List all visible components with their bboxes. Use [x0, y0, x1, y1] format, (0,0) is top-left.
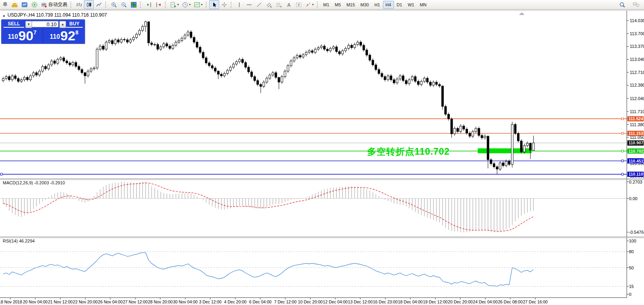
- chart-window: 114.030113.700113.370113.040112.710112.3…: [0, 10, 644, 305]
- autotrade-button[interactable]: 自动交易: [39, 0, 69, 9]
- buy-price-sup: 8: [75, 29, 78, 36]
- svg-text:20 Dec 20:00: 20 Dec 20:00: [448, 299, 473, 304]
- volume-down-button[interactable]: ▼: [25, 21, 32, 28]
- svg-text:0.2703: 0.2703: [629, 180, 642, 184]
- crosshair-icon[interactable]: [219, 0, 229, 9]
- auto-scroll-icon[interactable]: [144, 0, 153, 9]
- timeframe-d1[interactable]: D1: [394, 1, 405, 9]
- line-chart-icon[interactable]: [94, 0, 104, 9]
- candlestick-chart-icon[interactable]: [84, 0, 94, 9]
- svg-text:A: A: [287, 2, 291, 8]
- timeframe-m5[interactable]: M5: [332, 1, 343, 9]
- toolbar-separator: [317, 2, 319, 8]
- svg-text:26 Nov 04:00: 26 Nov 04:00: [98, 299, 123, 304]
- chat-icon[interactable]: [631, 0, 641, 9]
- macd-indicator-label: MACD(12,26,9) -0.2003 -0.2910: [3, 180, 65, 185]
- svg-text:112.380: 112.380: [630, 83, 644, 87]
- arrows-icon[interactable]: ▾: [303, 0, 315, 9]
- tile-windows-icon[interactable]: [129, 0, 138, 9]
- chart-canvas[interactable]: 114.030113.700113.370113.040112.710112.3…: [0, 10, 644, 305]
- svg-text:4 Dec 20:00: 4 Dec 20:00: [224, 299, 246, 304]
- svg-text:F: F: [280, 6, 282, 8]
- dropdown-caret-icon: ▾: [201, 3, 203, 6]
- fibonacci-icon[interactable]: F: [274, 0, 284, 9]
- timeframe-toolbar: M1M5M15M30H1H4D1W1MN: [320, 1, 429, 9]
- volume-input[interactable]: [32, 21, 59, 27]
- text-icon[interactable]: A: [284, 0, 294, 9]
- timeframe-h4[interactable]: H4: [383, 1, 394, 9]
- vertical-line-icon[interactable]: [234, 0, 244, 9]
- autotrade-robot-icon: [41, 2, 47, 8]
- toolbar-separator: [105, 2, 107, 8]
- svg-text:80: 80: [629, 249, 634, 254]
- buy-button[interactable]: BUY: [66, 21, 83, 28]
- sell-button[interactable]: SELL: [4, 21, 24, 28]
- scroll-to-end-marker[interactable]: [519, 12, 525, 15]
- new-order-button[interactable]: 单: [1, 0, 9, 9]
- timeframe-h1[interactable]: H1: [371, 1, 383, 9]
- svg-text:26 Dec 08:00: 26 Dec 08:00: [498, 299, 523, 304]
- svg-text:28 Nov 20:00: 28 Nov 20:00: [148, 299, 173, 304]
- timeframe-m30[interactable]: M30: [358, 1, 371, 9]
- buy-price[interactable]: 110928: [44, 28, 85, 43]
- cursor-icon[interactable]: [209, 0, 219, 9]
- svg-text:110.110: 110.110: [629, 172, 643, 176]
- svg-text:-0.5476: -0.5476: [629, 230, 644, 235]
- svg-text:20 Nov 04:00: 20 Nov 04:00: [23, 299, 48, 304]
- toolbar: 单 自动交易 ▾ ▾ ▾ E F A T ▾ M1M5M15M30H1H4D1W…: [0, 0, 644, 9]
- svg-text:6 Dec 04:00: 6 Dec 04:00: [249, 299, 272, 304]
- svg-text:19 Dec 12:00: 19 Dec 12:00: [423, 299, 448, 304]
- svg-text:111.524: 111.524: [629, 116, 643, 121]
- svg-text:16 Dec 23:00: 16 Dec 23:00: [373, 299, 398, 304]
- svg-text:3 Dec 12:00: 3 Dec 12:00: [199, 299, 222, 304]
- svg-text:111.153: 111.153: [629, 131, 643, 136]
- svg-text:27 Dec 16:00: 27 Dec 16:00: [523, 299, 548, 304]
- signal-broadcast-icon[interactable]: [29, 0, 39, 9]
- new-chart-button[interactable]: ▾: [169, 0, 180, 9]
- templates-button[interactable]: ▾: [192, 0, 204, 9]
- toolbar-separator: [165, 2, 167, 8]
- svg-text:111.380: 111.380: [630, 122, 644, 127]
- toolbar-separator: [231, 2, 233, 8]
- sell-price-prefix: 110: [8, 34, 18, 40]
- svg-text:111.710: 111.710: [630, 109, 644, 114]
- dropdown-caret-icon: ▾: [177, 3, 179, 6]
- svg-text:110.702: 110.702: [629, 149, 644, 153]
- gold-bars-icon[interactable]: [9, 0, 19, 9]
- collapse-panel-icon[interactable]: ▲: [2, 14, 6, 17]
- trendline-icon[interactable]: [254, 0, 264, 9]
- timeframe-w1[interactable]: W1: [405, 1, 417, 9]
- periods-button[interactable]: ▾: [180, 0, 192, 9]
- timeframe-m15[interactable]: M15: [344, 1, 358, 9]
- horizontal-line-icon[interactable]: [244, 0, 254, 9]
- dropdown-caret-icon: ▾: [189, 3, 191, 6]
- timeframe-mn[interactable]: MN: [417, 1, 429, 9]
- svg-text:15: 15: [629, 284, 634, 289]
- rsi-line: [3, 253, 534, 286]
- text-label-icon[interactable]: T: [294, 0, 303, 9]
- sell-price[interactable]: 110907: [2, 28, 43, 43]
- chart-shift-icon[interactable]: [153, 0, 163, 9]
- one-click-trading-panel: SELL ▼ ▲ BUY 110907 110928: [1, 19, 85, 44]
- chart-annotation-text[interactable]: 多空转折点110.702: [367, 146, 450, 158]
- chart-title-text: USDJPY-,H4 110.739 111.094 110.716 110.9…: [8, 12, 107, 18]
- bar-chart-icon[interactable]: [74, 0, 84, 9]
- timeframe-m1[interactable]: M1: [320, 1, 332, 9]
- svg-text:21 Nov 12:00: 21 Nov 12:00: [48, 299, 73, 304]
- buy-price-prefix: 110: [50, 34, 60, 40]
- svg-text:113.370: 113.370: [630, 44, 644, 49]
- zoom-in-icon[interactable]: [109, 0, 119, 9]
- svg-text:100: 100: [629, 239, 636, 243]
- svg-text:10 Dec 20:00: 10 Dec 20:00: [298, 299, 323, 304]
- toolbar-separator: [70, 2, 72, 8]
- macd-histogram: [3, 182, 534, 232]
- equidistant-channel-icon[interactable]: E: [264, 0, 274, 9]
- volume-up-button[interactable]: ▲: [59, 21, 66, 28]
- chart-window-icon[interactable]: [19, 0, 29, 9]
- search-icon[interactable]: [617, 0, 627, 9]
- svg-text:27 Nov 12:00: 27 Nov 12:00: [123, 299, 148, 304]
- svg-text:30 Nov 04:00: 30 Nov 04:00: [173, 299, 198, 304]
- macd-signal-line: [3, 183, 534, 231]
- svg-text:22 Nov 20:00: 22 Nov 20:00: [73, 299, 98, 304]
- zoom-out-icon[interactable]: [119, 0, 129, 9]
